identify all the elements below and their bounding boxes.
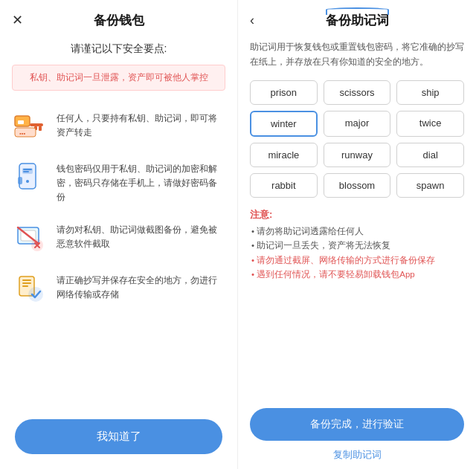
svg-rect-2 (30, 123, 43, 126)
right-desc: 助记词用于恢复钱包或重置钱包密码，将它准确的抄写在纸上，并存放在只有你知道的安全… (238, 35, 476, 77)
mnemonic-word: major (324, 111, 391, 137)
list-item: 钱包密码仅用于私钥、助记词的加密和解密，密码只存储在手机上，请做好密码备份 (12, 152, 225, 213)
right-header: ‹ 备份助记词 (238, 0, 476, 35)
item-text-password: 钱包密码仅用于私钥、助记词的加密和解密，密码只存储在手机上，请做好密码备份 (57, 159, 225, 205)
back-icon[interactable]: ‹ (250, 13, 254, 28)
right-panel: ‹ 备份助记词 助记词用于恢复钱包或重置钱包密码，将它准确的抄写在纸上，并存放在… (238, 0, 476, 469)
svg-text:•••: ••• (19, 130, 26, 137)
note-item: • 请勿通过截屏、网络传输的方式进行备份保存 (250, 253, 464, 268)
copy-mnemonic-link[interactable]: 复制助记词 (250, 448, 464, 462)
item-text-key: 任何人，只要持有私钥、助记词，即可将资产转走 (57, 109, 225, 140)
item-text-screenshot: 请勿对私钥、助记词做截图备份，避免被恶意软件截取 (57, 220, 225, 251)
mnemonic-word-highlighted: winter (250, 111, 318, 137)
left-bottom: 我知道了 (0, 410, 237, 469)
mnemonic-word: runway (324, 143, 391, 167)
left-title: 备份钱包 (94, 12, 144, 29)
svg-rect-9 (23, 169, 32, 170)
svg-rect-3 (39, 126, 42, 131)
mnemonic-word: twice (396, 111, 464, 137)
mnemonic-word: dial (396, 143, 464, 167)
svg-rect-23 (22, 285, 28, 287)
left-header: ✕ 备份钱包 (0, 0, 237, 35)
title-underline (326, 7, 389, 15)
left-items: ••• 任何人，只要持有私钥、助记词，即可将资产转走 (0, 98, 237, 410)
safe-storage-icon (12, 271, 48, 306)
note-item: • 助记词一旦丢失，资产将无法恢复 (250, 239, 464, 253)
svg-rect-7 (19, 164, 36, 189)
mnemonic-word: miracle (250, 143, 318, 167)
list-item: 请勿对私钥、助记词做截图备份，避免被恶意软件截取 (12, 213, 225, 263)
verify-button[interactable]: 备份完成，进行验证 (250, 408, 464, 441)
svg-rect-21 (22, 279, 31, 281)
mnemonic-word: scissors (324, 80, 391, 105)
mnemonic-grid: prison scissors ship winter major twice … (238, 77, 476, 205)
note-item: • 遇到任何情况，请不要轻易卸载钱包App (250, 268, 464, 282)
list-item: ••• 任何人，只要持有私钥、助记词，即可将资产转走 (12, 101, 225, 152)
mnemonic-word: ship (396, 80, 464, 105)
svg-rect-22 (22, 282, 31, 284)
mnemonic-word: blossom (324, 173, 391, 198)
note-item: • 请勿将助记词透露给任何人 (250, 224, 464, 239)
svg-point-11 (26, 180, 29, 183)
notes-title: 注意: (250, 208, 464, 221)
right-notes: 注意: • 请勿将助记词透露给任何人 • 助记词一旦丢失，资产将无法恢复 • 请… (238, 205, 476, 288)
right-title: 备份助记词 (326, 13, 389, 28)
item-text-safe: 请正确抄写并保存在安全的地方，勿进行网络传输或存储 (57, 271, 225, 302)
list-item: 请正确抄写并保存在安全的地方，勿进行网络传输或存储 (12, 263, 225, 314)
know-button[interactable]: 我知道了 (15, 419, 222, 454)
no-screenshot-icon (12, 220, 48, 256)
svg-point-24 (28, 287, 43, 302)
mnemonic-word: prison (250, 80, 318, 105)
mnemonic-word: spawn (396, 173, 464, 198)
svg-rect-12 (18, 177, 22, 184)
left-subtitle: 请谨记以下安全要点: (0, 35, 237, 62)
svg-rect-1 (18, 120, 24, 124)
key-icon: ••• (12, 109, 48, 144)
right-title-wrap: 备份助记词 (326, 12, 389, 29)
mnemonic-word: rabbit (250, 173, 318, 198)
right-bottom: 备份完成，进行验证 复制助记词 (238, 402, 476, 469)
left-panel: ✕ 备份钱包 请谨记以下安全要点: 私钥、助记词一旦泄露，资产即可被他人掌控 •… (0, 0, 238, 469)
phone-lock-icon (12, 159, 48, 195)
svg-rect-10 (23, 171, 29, 172)
close-icon[interactable]: ✕ (12, 12, 23, 28)
warning-banner: 私钥、助记词一旦泄露，资产即可被他人掌控 (12, 65, 225, 91)
